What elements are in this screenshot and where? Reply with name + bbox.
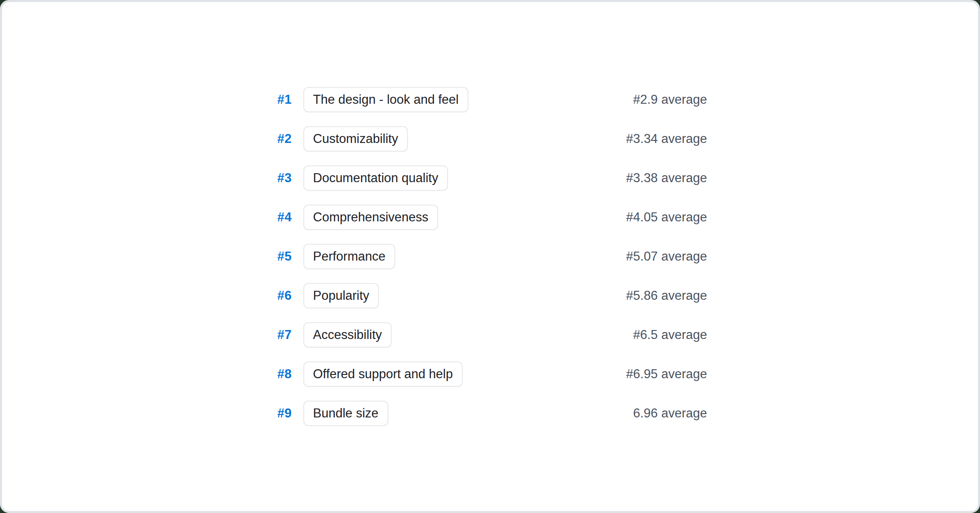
rank-number: #8 <box>273 367 292 381</box>
option-label: Customizability <box>313 132 398 146</box>
ranking-results-list: #1 The design - look and feel #2.9 avera… <box>273 80 707 433</box>
option-label: Offered support and help <box>313 367 453 381</box>
rank-number: #9 <box>273 406 292 421</box>
ranking-option-chip[interactable]: Bundle size <box>303 401 388 426</box>
average-score: #6.95 average <box>626 367 707 381</box>
ranking-row: #5 Performance #5.07 average <box>273 237 707 276</box>
ranking-row: #1 The design - look and feel #2.9 avera… <box>273 80 707 119</box>
ranking-row: #8 Offered support and help #6.95 averag… <box>273 355 707 394</box>
average-score: #3.38 average <box>626 171 707 185</box>
ranking-option-chip[interactable]: The design - look and feel <box>303 87 469 112</box>
rank-number: #3 <box>273 171 292 185</box>
average-score: #4.05 average <box>626 210 707 225</box>
ranking-option-chip[interactable]: Performance <box>303 244 395 269</box>
rank-number: #5 <box>273 249 292 264</box>
ranking-row: #3 Documentation quality #3.38 average <box>273 158 707 198</box>
rank-number: #2 <box>273 132 292 146</box>
rank-number: #4 <box>273 210 292 225</box>
average-score: #6.5 average <box>633 328 707 342</box>
option-label: Bundle size <box>313 406 379 421</box>
average-score: #2.9 average <box>633 92 707 107</box>
rank-number: #7 <box>273 328 292 342</box>
option-label: Documentation quality <box>313 171 439 185</box>
option-label: Popularity <box>313 288 370 303</box>
average-score: #5.07 average <box>626 249 707 264</box>
ranking-option-chip[interactable]: Comprehensiveness <box>303 205 439 230</box>
option-label: Accessibility <box>313 328 382 342</box>
ranking-row: #9 Bundle size 6.96 average <box>273 394 707 433</box>
average-score: 6.96 average <box>633 406 707 421</box>
ranking-row: #4 Comprehensiveness #4.05 average <box>273 198 707 237</box>
option-label: Performance <box>313 249 385 264</box>
ranking-option-chip[interactable]: Popularity <box>303 283 379 308</box>
option-label: Comprehensiveness <box>313 210 429 225</box>
ranking-option-chip[interactable]: Offered support and help <box>303 361 463 387</box>
ranking-row: #6 Popularity #5.86 average <box>273 276 707 315</box>
ranking-row: #7 Accessibility #6.5 average <box>273 315 707 355</box>
ranking-option-chip[interactable]: Accessibility <box>303 322 392 348</box>
option-label: The design - look and feel <box>313 92 459 107</box>
average-score: #3.34 average <box>626 132 707 146</box>
rank-number: #1 <box>273 92 292 107</box>
ranking-row: #2 Customizability #3.34 average <box>273 119 707 158</box>
rank-number: #6 <box>273 288 292 303</box>
ranking-option-chip[interactable]: Documentation quality <box>303 165 448 191</box>
results-card: #1 The design - look and feel #2.9 avera… <box>0 0 980 513</box>
average-score: #5.86 average <box>626 288 707 303</box>
ranking-option-chip[interactable]: Customizability <box>303 126 408 152</box>
